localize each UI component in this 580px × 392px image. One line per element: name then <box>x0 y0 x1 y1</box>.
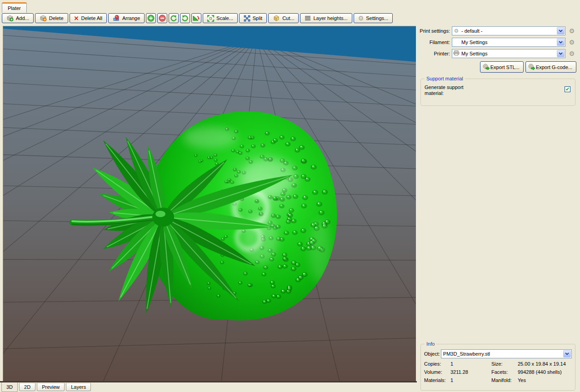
cut-button[interactable]: Cut... <box>268 13 299 23</box>
print-settings-gear-button[interactable]: ⚙ <box>567 26 576 35</box>
tab-layers-label: Layers <box>71 384 86 390</box>
tab-3d[interactable]: 3D <box>1 382 18 392</box>
export-stl-label: Export STL... <box>490 65 520 70</box>
delete-all-x-icon: ✕ <box>74 15 79 22</box>
tab-3d-label: 3D <box>6 384 13 390</box>
rotate-ccw-icon <box>170 15 177 22</box>
tab-2d-label: 2D <box>24 384 30 390</box>
tab-layers[interactable]: Layers <box>66 383 91 391</box>
increase-copies-button[interactable] <box>146 13 156 23</box>
layer-heights-button[interactable]: Layer heights... <box>300 13 352 23</box>
object-label: Object: <box>424 351 440 357</box>
arrange-button[interactable]: Arrange <box>108 13 145 23</box>
chevron-down-icon[interactable] <box>557 27 565 35</box>
tab-plater-label: Plater <box>8 5 21 11</box>
split-button[interactable]: Split <box>239 13 267 23</box>
plater-toolbar: Add... Delete ✕ Delete All Arrange Scale… <box>2 12 393 24</box>
scale-label: Scale... <box>216 15 233 21</box>
size-label: Size: <box>491 361 517 367</box>
copies-value: 1 <box>450 361 490 367</box>
layer-heights-label: Layer heights... <box>313 15 347 21</box>
copies-label: Copies: <box>424 361 450 367</box>
gear-icon: ⚙ <box>569 27 575 35</box>
arrange-label: Arrange <box>122 15 140 21</box>
calyx-hub <box>152 208 174 227</box>
add-box-icon <box>6 15 14 21</box>
print-settings-label: Print settings: <box>418 28 450 34</box>
delete-all-button[interactable]: ✕ Delete All <box>70 13 107 23</box>
decrease-copies-button[interactable] <box>157 13 167 23</box>
export-icon <box>528 63 535 71</box>
export-icon <box>482 63 490 71</box>
materials-label: Materials: <box>424 377 450 383</box>
rotate-cw-icon <box>181 15 189 22</box>
chevron-down-icon[interactable] <box>563 350 571 357</box>
facets-value: 994288 (440 shells) <box>518 369 572 375</box>
tab-preview[interactable]: Preview <box>37 383 65 391</box>
model-statistics: Copies: 1 Size: 25.00 x 19.84 x 19.14 Vo… <box>421 358 575 383</box>
filament-gear-button[interactable]: ⚙ <box>567 38 576 47</box>
generate-support-checkbox[interactable]: ✔ <box>565 86 570 92</box>
info-title: Info <box>425 341 436 347</box>
delete-box-icon <box>40 15 47 21</box>
print-settings-select[interactable]: ⚙ - default - <box>452 26 565 35</box>
split-label: Split <box>253 15 262 21</box>
delete-label: Delete <box>49 15 64 21</box>
cut-icon <box>273 15 280 21</box>
tab-2d[interactable]: 2D <box>19 383 35 391</box>
printer-gear-button[interactable]: ⚙ <box>567 49 576 58</box>
3d-scene[interactable] <box>3 26 416 381</box>
layer-heights-icon <box>305 15 311 21</box>
gear-icon: ⚙ <box>358 15 364 21</box>
change-scale-icon <box>193 15 200 22</box>
settings-label: Settings... <box>366 15 388 21</box>
right-settings-panel: Print settings: ⚙ - default - ⚙ Filament… <box>418 26 578 392</box>
export-gcode-label: Export G-code... <box>536 65 572 70</box>
printer-value: My Settings <box>460 51 556 56</box>
rotate-cw-button[interactable] <box>180 13 190 23</box>
printer-select[interactable]: My Settings <box>452 49 565 58</box>
chevron-down-icon[interactable] <box>557 39 565 46</box>
scale-button[interactable]: Scale... <box>203 13 238 23</box>
volume-label: Volume: <box>424 369 450 375</box>
materials-value: 1 <box>450 377 490 383</box>
plus-icon <box>147 15 155 22</box>
settings-button[interactable]: ⚙ Settings... <box>354 13 393 23</box>
object-select[interactable]: PM3D_Strawberry.stl <box>441 349 572 358</box>
rotate-ccw-button[interactable] <box>169 13 179 23</box>
delete-button[interactable]: Delete <box>35 13 68 23</box>
delete-all-label: Delete All <box>81 15 102 21</box>
volume-value: 3211.28 <box>450 369 490 375</box>
facets-label: Facets: <box>491 369 517 375</box>
manifold-label: Manifold: <box>491 377 517 383</box>
filament-label: Filament: <box>418 40 450 45</box>
filament-select[interactable]: My Settings <box>452 38 565 47</box>
profile-gear-icon: ⚙ <box>452 27 460 35</box>
check-icon: ✔ <box>565 87 570 92</box>
tab-preview-label: Preview <box>42 384 60 390</box>
add-button[interactable]: Add... <box>2 13 34 23</box>
change-scale-button[interactable] <box>191 13 201 23</box>
export-gcode-button[interactable]: Export G-code... <box>525 61 576 73</box>
gear-icon: ⚙ <box>569 39 575 46</box>
scale-arrows-icon <box>207 15 214 22</box>
viewport-3d[interactable] <box>3 26 416 381</box>
manifold-value: Yes <box>518 377 572 383</box>
top-tab-bar: Plater <box>0 0 580 13</box>
arrange-icon <box>113 15 120 21</box>
chevron-down-icon[interactable] <box>557 50 565 57</box>
printer-label: Printer: <box>418 51 450 56</box>
generate-support-label: Generate support material: <box>425 84 479 96</box>
add-label: Add... <box>16 15 29 21</box>
tab-plater[interactable]: Plater <box>2 2 27 13</box>
object-value: PM3D_Strawberry.stl <box>441 351 563 357</box>
minus-icon <box>159 15 166 22</box>
print-settings-value: - default - <box>460 28 556 34</box>
support-material-title: Support material <box>425 76 465 81</box>
view-tab-bar: 3D 2D Preview Layers <box>0 382 417 392</box>
split-icon <box>244 15 250 22</box>
printer-icon <box>452 50 460 58</box>
cut-label: Cut... <box>282 15 294 21</box>
filament-value: My Settings <box>460 40 556 45</box>
export-stl-button[interactable]: Export STL... <box>480 61 524 73</box>
